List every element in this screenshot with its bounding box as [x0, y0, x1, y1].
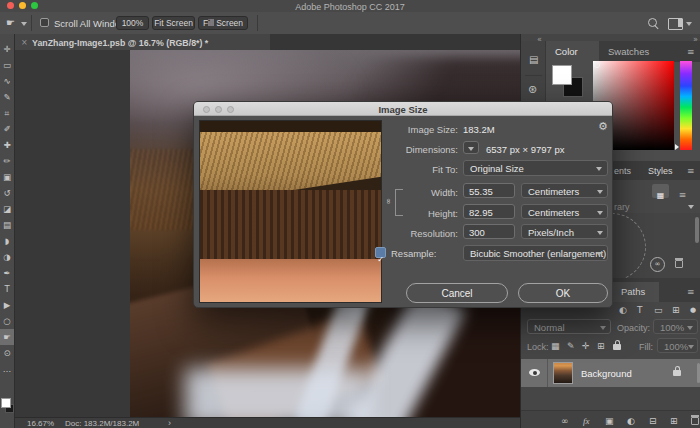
opacity-dropdown[interactable]: 100% [653, 319, 698, 334]
delete-layer-icon[interactable] [691, 417, 699, 425]
fit-screen-button[interactable]: Fit Screen [152, 16, 195, 30]
chevron-down-icon[interactable] [686, 22, 692, 26]
foreground-color-swatch[interactable] [1, 398, 11, 408]
tab-styles[interactable]: Styles [648, 165, 673, 177]
zoom-100-button[interactable]: 100% [116, 16, 149, 30]
lock-all-icon[interactable] [613, 344, 621, 350]
move-tool[interactable]: ✛ [0, 41, 14, 57]
tab-paths[interactable]: Paths [611, 282, 659, 302]
workspace-icon[interactable] [668, 18, 683, 30]
library-link-icon[interactable]: ∞ [650, 257, 665, 272]
shape-tool[interactable]: ○ [0, 313, 14, 329]
close-tab-icon[interactable]: × [21, 38, 28, 48]
filter-adjustment-icon[interactable]: ◐ [619, 305, 627, 315]
dodge-tool[interactable]: ◑ [0, 249, 14, 265]
lock-paint-icon[interactable]: ✎ [567, 341, 575, 351]
adjustment-layer-icon[interactable]: ◐ [627, 416, 635, 426]
filter-shape-icon[interactable]: ▭ [654, 305, 663, 315]
healing-brush-tool[interactable]: ✚ [0, 137, 14, 153]
chevron-down-icon[interactable] [688, 205, 694, 209]
status-chevron-icon[interactable]: › [168, 418, 171, 428]
scroll-all-windows-checkbox[interactable] [40, 18, 49, 27]
layer-visibility-eye-icon[interactable] [529, 369, 540, 376]
tab-color[interactable]: Color [546, 41, 599, 62]
path-selection-tool[interactable]: ▶ [0, 297, 14, 313]
zoom-tool[interactable]: ⊙ [0, 345, 14, 361]
blur-tool[interactable]: ◗ [0, 233, 14, 249]
resample-checkbox[interactable]: ✓ [375, 247, 386, 258]
new-group-icon[interactable]: ⊟ [649, 416, 657, 426]
width-label: Width: [348, 187, 458, 198]
color-field-cursor[interactable] [594, 62, 600, 68]
lock-position-icon[interactable]: ✛ [582, 341, 590, 351]
resolution-unit-dropdown[interactable]: Pixels/Inch [521, 224, 608, 239]
more-tools[interactable]: … [0, 361, 14, 377]
fill-screen-button[interactable]: Fill Screen [198, 16, 248, 30]
filter-toggle-icon[interactable]: ● [690, 305, 696, 315]
resample-method-dropdown[interactable]: Bicubic Smoother (enlargement) [463, 245, 608, 261]
scrollbar-thumb[interactable] [695, 217, 699, 243]
ok-button[interactable]: OK [518, 283, 608, 303]
tab-adjustments[interactable]: ents [614, 165, 631, 177]
layer-name[interactable]: Background [581, 368, 632, 380]
chevron-down-icon[interactable] [21, 22, 27, 26]
grid-view-button[interactable]: ▦ [652, 184, 669, 198]
list-view-button[interactable]: ≡ [674, 184, 691, 198]
layer-thumbnail[interactable] [553, 362, 573, 384]
lasso-tool[interactable]: ∿ [0, 73, 14, 89]
foreground-color-swatch[interactable] [552, 65, 572, 85]
resolution-input[interactable]: 300 [463, 224, 515, 239]
eraser-tool[interactable]: ◪ [0, 201, 14, 217]
quick-selection-tool[interactable]: ✎ [0, 89, 14, 105]
document-tab[interactable]: × YanZhang-Image1.psb @ 16.7% (RGB/8*) * [15, 34, 270, 50]
lock-artboard-icon[interactable]: ⊞ [597, 341, 605, 351]
dimensions-unit-dropdown[interactable] [463, 141, 479, 154]
eyedropper-tool[interactable]: ✐ [0, 121, 14, 137]
filter-type-icon[interactable]: T [637, 305, 643, 315]
library-dropdown[interactable]: rary [614, 201, 630, 213]
crop-tool[interactable]: ⌗ [0, 105, 14, 121]
zoom-level[interactable]: 16.67% [27, 419, 54, 428]
layer-row-background[interactable]: Background [521, 359, 700, 387]
type-tool[interactable]: T [0, 281, 14, 297]
trash-icon[interactable] [675, 260, 683, 268]
presets-panel-icon[interactable]: ▤ [529, 55, 538, 65]
height-unit-dropdown[interactable]: Centimeters [521, 204, 608, 219]
lock-transparency-icon[interactable]: ▦ [551, 341, 560, 351]
gradient-tool[interactable]: ▤ [0, 217, 14, 233]
hue-slider[interactable] [680, 61, 692, 150]
link-layers-icon[interactable]: ∞ [561, 416, 569, 426]
panel-menu-icon[interactable]: ≡ [687, 47, 695, 57]
photoshop-window: Adobe Photoshop CC 2017 ☛ Scroll All Win… [0, 0, 700, 428]
navigator-panel-icon[interactable]: ⊛ [528, 85, 537, 95]
layer-lock-icon[interactable] [673, 370, 681, 376]
gear-icon[interactable]: ⚙ [598, 122, 608, 132]
tools-panel: ✛ ▭ ∿ ✎ ⌗ ✐ ✚ ✏ ▣ ↺ ◪ ▤ ◗ ◑ ✒ T ▶ ○ ☛ ⊙ … [0, 34, 15, 428]
hand-tool-icon[interactable]: ☛ [6, 18, 15, 28]
hand-tool[interactable]: ☛ [0, 329, 14, 345]
link-dimensions-icon[interactable]: ∞ [383, 198, 393, 205]
width-input[interactable]: 55.35 [463, 183, 515, 198]
fill-dropdown[interactable]: 100% [657, 338, 698, 353]
brush-tool[interactable]: ✏ [0, 153, 14, 169]
search-icon[interactable] [648, 18, 657, 27]
layer-mask-icon[interactable]: ▣ [605, 416, 614, 426]
panel-menu-icon[interactable]: ≡ [687, 166, 695, 176]
pen-tool[interactable]: ✒ [0, 265, 14, 281]
dialog-titlebar[interactable]: Image Size [194, 102, 612, 116]
tab-swatches[interactable]: Swatches [608, 46, 649, 58]
panel-menu-icon[interactable]: ≡ [687, 287, 695, 297]
height-input[interactable]: 82.95 [463, 204, 515, 219]
cancel-button[interactable]: Cancel [406, 283, 508, 303]
new-layer-icon[interactable]: ⊞ [670, 416, 678, 426]
width-unit-dropdown[interactable]: Centimeters [521, 183, 608, 198]
fit-to-dropdown[interactable]: Original Size [463, 160, 608, 176]
filter-smart-object-icon[interactable]: ⊞ [672, 305, 680, 315]
divider [257, 15, 258, 31]
hue-slider-marker[interactable] [675, 144, 679, 150]
layer-style-fx-icon[interactable]: fx [583, 416, 590, 426]
history-brush-tool[interactable]: ↺ [0, 185, 14, 201]
marquee-tool[interactable]: ▭ [0, 57, 14, 73]
blend-mode-dropdown[interactable]: Normal [527, 319, 611, 334]
clone-stamp-tool[interactable]: ▣ [0, 169, 14, 185]
